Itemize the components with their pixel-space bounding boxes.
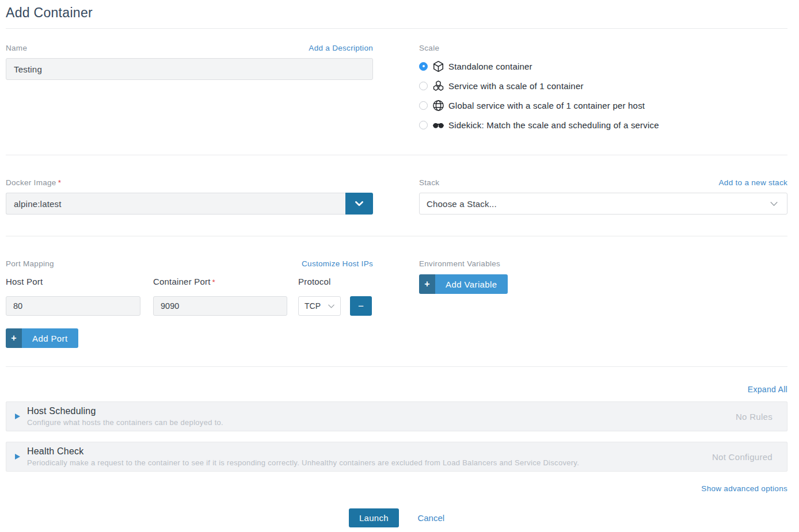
mask-icon [432,119,444,131]
name-label: Name [6,44,27,52]
radio-global[interactable] [419,101,428,110]
accordion-text: Host Scheduling Configure what hosts the… [27,406,736,427]
port-field-labels: Host Port Container Port* Protocol [6,277,373,286]
name-label-row: Name Add a Description [6,44,373,53]
accordion-description: Periodically make a request to the conta… [27,458,712,467]
radio-service[interactable] [419,82,428,90]
stack-label: Stack [419,178,439,187]
status-badge: No Rules [736,412,773,422]
scale-option-global[interactable]: Global service with a scale of 1 contain… [419,95,787,115]
required-asterisk: * [212,278,215,286]
divider [6,366,787,367]
divider [6,155,787,155]
scale-option-service[interactable]: Service with a scale of 1 container [419,76,787,95]
add-port-button-label: Add Port [22,328,78,348]
scale-label-row: Scale [419,44,787,53]
status-badge: Not Configured [712,452,773,462]
add-new-stack-link[interactable]: Add to a new stack [719,178,787,187]
port-mapping-column: Port Mapping Customize Host IPs Host Por… [6,259,373,348]
service-cluster-icon [432,80,444,92]
stack-column: Stack Add to a new stack Choose a Stack.… [419,178,787,215]
scale-option-label: Service with a scale of 1 container [448,81,584,91]
image-stack-section: Docker Image* Stack Add to a new stack [6,178,787,215]
port-mapping-row: TCP − [6,296,373,316]
host-scheduling-accordion[interactable]: Host Scheduling Configure what hosts the… [6,401,787,431]
accordion-title: Host Scheduling [27,406,736,416]
scale-column: Scale Standalone container [419,44,787,135]
customize-host-ips-link[interactable]: Customize Host IPs [302,259,373,268]
cancel-button[interactable]: Cancel [417,513,444,523]
health-check-accordion[interactable]: Health Check Periodically make a request… [6,442,787,472]
required-asterisk: * [58,178,62,187]
launch-button[interactable]: Launch [349,508,399,527]
name-column: Name Add a Description [6,44,373,135]
environment-variables-column: Environment Variables + Add Variable [419,259,787,348]
remove-port-button[interactable]: − [350,296,372,316]
scale-option-label: Global service with a scale of 1 contain… [448,101,645,110]
radio-standalone[interactable] [419,62,428,71]
chevron-down-icon [327,302,336,311]
add-container-page: Add Container Name Add a Description Sca… [0,0,799,527]
stack-label-row: Stack Add to a new stack [419,178,787,187]
docker-image-dropdown-button[interactable] [345,193,373,215]
add-port-wrap: + Add Port [6,328,373,348]
divider [6,236,787,236]
advanced-options-row: Show advanced options [6,483,787,493]
ports-env-section: Port Mapping Customize Host IPs Host Por… [6,259,787,348]
globe-icon [432,99,444,112]
accordion-text: Health Check Periodically make a request… [27,446,712,467]
docker-image-label-row: Docker Image* [6,178,373,187]
triangle-right-icon [15,414,20,419]
chevron-down-icon [769,199,779,209]
stack-select-value: Choose a Stack... [427,199,497,209]
protocol-label: Protocol [298,277,331,286]
container-port-input[interactable] [153,296,287,316]
docker-image-label: Docker Image* [6,178,61,187]
expand-all-row: Expand All [6,384,787,395]
docker-image-input-group [6,193,373,215]
show-advanced-options-link[interactable]: Show advanced options [701,484,787,493]
port-mapping-label-row: Port Mapping Customize Host IPs [6,259,373,269]
scale-option-label: Sidekick: Match the scale and scheduling… [448,120,659,130]
scale-option-label: Standalone container [448,62,532,71]
container-port-label: Container Port* [153,277,298,286]
add-description-link[interactable]: Add a Description [309,44,373,52]
plus-icon: + [6,328,22,348]
port-mapping-label: Port Mapping [6,259,54,268]
expand-all-link[interactable]: Expand All [748,385,787,394]
scale-option-sidekick[interactable]: Sidekick: Match the scale and scheduling… [419,115,787,135]
name-scale-section: Name Add a Description Scale Standalone … [6,44,787,135]
name-input[interactable] [6,58,373,80]
page-title: Add Container [6,0,787,21]
accordion-description: Configure what hosts the containers can … [27,418,736,427]
plus-icon: + [419,274,435,294]
scale-option-standalone[interactable]: Standalone container [419,56,787,76]
environment-variables-label: Environment Variables [419,259,500,268]
chevron-down-icon [354,198,364,209]
environment-label-row: Environment Variables [419,259,787,269]
add-variable-button-label: Add Variable [435,274,508,294]
protocol-select-value: TCP [305,301,321,311]
host-port-input[interactable] [6,296,140,316]
divider [6,28,787,29]
triangle-right-icon [15,454,20,460]
footer-actions: Launch Cancel [6,508,787,527]
cube-icon [432,60,444,72]
stack-select[interactable]: Choose a Stack... [419,193,787,215]
add-port-button[interactable]: + Add Port [6,328,78,348]
protocol-select[interactable]: TCP [298,296,341,316]
accordion-title: Health Check [27,446,712,457]
radio-sidekick[interactable] [419,121,428,129]
docker-image-column: Docker Image* [6,178,373,215]
scale-label: Scale [419,44,439,52]
add-variable-button[interactable]: + Add Variable [419,274,508,294]
minus-icon: − [358,301,364,311]
docker-image-input[interactable] [6,193,345,215]
host-port-label: Host Port [6,277,153,286]
